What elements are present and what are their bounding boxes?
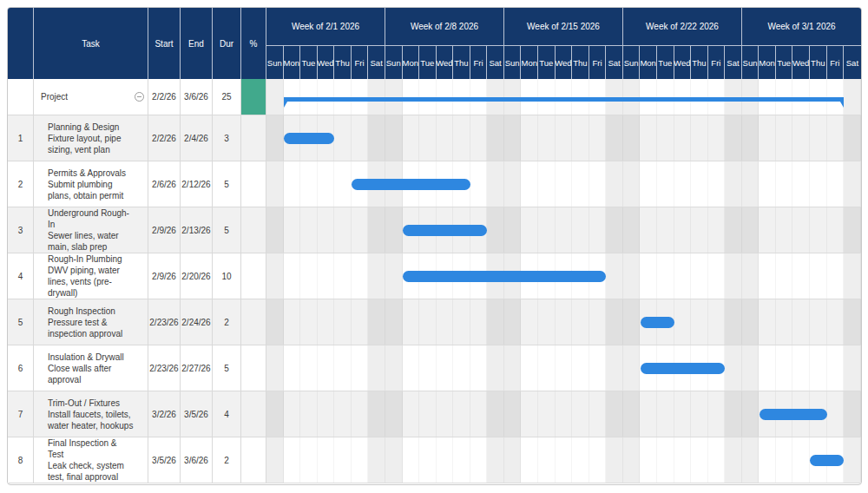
gantt-bar[interactable]	[352, 179, 470, 190]
timeline-row	[266, 253, 861, 299]
day-cell	[266, 79, 284, 115]
task-duration[interactable]: 3	[213, 115, 241, 161]
task-cell[interactable]: Trim-Out / FixturesInstall faucets, toil…	[34, 391, 148, 437]
task-cell[interactable]: Underground Rough-InSewer lines, water m…	[34, 207, 148, 253]
task-start-date[interactable]: 3/2/26	[148, 391, 181, 437]
task-cell[interactable]: Project	[34, 79, 148, 115]
day-cell	[437, 391, 454, 437]
task-start-date[interactable]: 3/5/26	[148, 437, 181, 483]
col-header-task: Task	[34, 8, 148, 79]
gantt-bar[interactable]	[403, 225, 488, 236]
day-cell	[556, 391, 573, 437]
task-end-date[interactable]: 2/24/26	[181, 299, 213, 345]
day-cell	[725, 437, 742, 483]
task-start-date[interactable]: 2/23/26	[148, 299, 181, 345]
day-header: Fri	[708, 46, 726, 79]
day-cell	[725, 299, 742, 345]
task-percent[interactable]	[241, 253, 266, 299]
task-cell[interactable]: Final Inspection & TestLeak check, syste…	[34, 437, 148, 483]
task-end-date[interactable]: 2/13/26	[181, 207, 213, 253]
task-cell[interactable]: Rough-In PlumbingDWV piping, water lines…	[34, 253, 148, 299]
task-start-date[interactable]: 2/2/26	[148, 79, 181, 115]
day-cell	[810, 253, 827, 299]
day-cell	[572, 161, 589, 207]
collapse-icon[interactable]	[135, 92, 144, 102]
row-number: 2	[8, 161, 34, 207]
task-start-date[interactable]: 2/9/26	[148, 253, 181, 299]
week-header: Week of 2/22 2026	[623, 8, 742, 45]
day-cell	[487, 115, 504, 161]
task-cell[interactable]: Insulation & DrywallClose walls after ap…	[34, 345, 148, 391]
day-cell	[504, 115, 522, 161]
gantt-bar[interactable]	[810, 455, 844, 466]
day-cell	[742, 299, 760, 345]
day-header: Fri	[589, 46, 607, 79]
day-header: Fri	[352, 46, 369, 79]
summary-bar[interactable]	[284, 97, 845, 102]
task-duration[interactable]: 4	[213, 391, 241, 437]
day-cell	[810, 299, 827, 345]
day-cell	[266, 391, 284, 437]
week-header: Week of 2/15 2026	[504, 8, 623, 45]
task-percent[interactable]	[241, 161, 266, 207]
task-end-date[interactable]: 2/27/26	[181, 345, 213, 391]
task-cell[interactable]: Permits & ApprovalsSubmit plumbing plans…	[34, 161, 148, 207]
day-cell	[419, 299, 437, 345]
task-percent[interactable]	[241, 299, 266, 345]
day-cell	[759, 207, 776, 253]
task-end-date[interactable]: 3/5/26	[181, 391, 213, 437]
task-duration[interactable]: 5	[213, 345, 241, 391]
day-cell	[556, 207, 573, 253]
timeline-row	[266, 391, 861, 437]
gantt-bar[interactable]	[284, 133, 335, 144]
day-cell	[589, 115, 607, 161]
task-percent[interactable]	[241, 437, 266, 483]
day-cell	[606, 207, 623, 253]
task-cell[interactable]: Planning & DesignFixture layout, pipe si…	[34, 115, 148, 161]
task-start-date[interactable]: 2/2/26	[148, 115, 181, 161]
task-percent[interactable]	[241, 115, 266, 161]
task-cell[interactable]: Rough InspectionPressure test & inspecti…	[34, 299, 148, 345]
task-end-date[interactable]: 2/20/26	[181, 253, 213, 299]
gantt-bar[interactable]	[641, 317, 674, 328]
task-duration[interactable]: 2	[213, 437, 241, 483]
day-cell	[827, 207, 845, 253]
task-percent[interactable]	[241, 79, 266, 115]
task-duration[interactable]: 25	[213, 79, 241, 115]
day-cell	[623, 391, 641, 437]
day-cell	[640, 115, 657, 161]
task-percent[interactable]	[241, 345, 266, 391]
task-duration[interactable]: 5	[213, 161, 241, 207]
day-cell	[623, 115, 641, 161]
task-description: Leak check, system test, final approval	[48, 460, 135, 483]
task-percent[interactable]	[241, 391, 266, 437]
day-cell	[521, 391, 538, 437]
task-description: Fixture layout, pipe sizing, vent plan	[48, 133, 135, 155]
day-header: Sun	[623, 46, 641, 79]
task-start-date[interactable]: 2/9/26	[148, 207, 181, 253]
gantt-bar[interactable]	[403, 271, 607, 282]
day-header: Fri	[827, 46, 845, 79]
gantt-bar[interactable]	[641, 363, 726, 374]
task-end-date[interactable]: 2/12/26	[181, 161, 213, 207]
day-cell	[725, 391, 742, 437]
task-percent[interactable]	[241, 207, 266, 253]
day-cell	[725, 115, 742, 161]
day-cell	[776, 345, 793, 391]
day-cell	[300, 207, 318, 253]
task-end-date[interactable]: 2/4/26	[181, 115, 213, 161]
day-cell	[538, 299, 556, 345]
task-start-date[interactable]: 2/6/26	[148, 161, 181, 207]
day-cell	[453, 115, 470, 161]
day-cell	[403, 115, 420, 161]
task-start-date[interactable]: 2/23/26	[148, 345, 181, 391]
day-cell	[419, 345, 437, 391]
task-duration[interactable]: 5	[213, 207, 241, 253]
gantt-bar[interactable]	[760, 409, 827, 420]
task-end-date[interactable]: 3/6/26	[181, 437, 213, 483]
day-cell	[572, 345, 589, 391]
task-duration[interactable]: 10	[213, 253, 241, 299]
task-end-date[interactable]: 3/6/26	[181, 79, 213, 115]
task-duration[interactable]: 2	[213, 299, 241, 345]
day-cell	[708, 391, 726, 437]
